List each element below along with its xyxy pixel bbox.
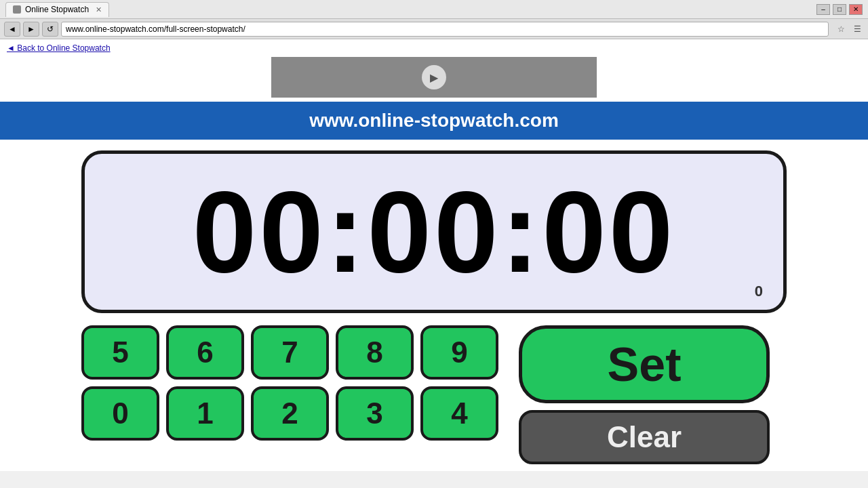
timer-digits: 00:00:00 [193,174,676,289]
star-icon[interactable]: ☆ [834,22,848,36]
controls-row: 5 6 7 8 9 0 1 2 3 4 Set Clear [81,325,787,464]
keypad: 5 6 7 8 9 0 1 2 3 4 [81,325,498,441]
ad-play-button[interactable]: ▶ [422,65,446,89]
key-3-button[interactable]: 3 [336,386,414,441]
minimize-button[interactable]: – [816,4,830,15]
ad-banner: ▶ [271,57,597,98]
site-title: www.online-stopwatch.com [309,110,559,131]
back-to-stopwatch-link[interactable]: ◄ Back to Online Stopwatch [0,39,868,57]
forward-button[interactable]: ► [23,22,39,37]
tab-close-icon[interactable]: ✕ [96,5,102,14]
browser-tab[interactable]: Online Stopwatch ✕ [5,2,109,17]
tab-title: Online Stopwatch [25,5,89,14]
key-7-button[interactable]: 7 [251,325,329,380]
key-9-button[interactable]: 9 [420,325,498,380]
timer-milliseconds: 0 [755,283,763,300]
nav-icons: ☆ ☰ [834,22,864,36]
refresh-button[interactable]: ↺ [42,22,58,37]
key-0-button[interactable]: 0 [81,386,159,441]
key-2-button[interactable]: 2 [251,386,329,441]
key-5-button[interactable]: 5 [81,325,159,380]
key-4-button[interactable]: 4 [420,386,498,441]
set-button[interactable]: Set [519,325,770,403]
site-header: www.online-stopwatch.com [0,102,868,140]
maximize-button[interactable]: □ [833,4,846,15]
action-buttons: Set Clear [519,325,770,464]
back-button[interactable]: ◄ [4,22,20,37]
key-8-button[interactable]: 8 [336,325,414,380]
key-1-button[interactable]: 1 [166,386,244,441]
nav-bar: ◄ ► ↺ ☆ ☰ [0,19,868,39]
title-bar: Online Stopwatch ✕ – □ ✕ [0,0,868,19]
keypad-row-bottom: 0 1 2 3 4 [81,386,498,441]
page-content: ◄ Back to Online Stopwatch ▶ www.online-… [0,39,868,471]
keypad-row-top: 5 6 7 8 9 [81,325,498,380]
tab-favicon [13,5,21,14]
url-bar[interactable] [61,22,829,37]
timer-display: 00:00:00 0 [81,150,787,313]
browser-chrome: Online Stopwatch ✕ – □ ✕ ◄ ► ↺ ☆ ☰ [0,0,868,39]
close-button[interactable]: ✕ [849,4,863,15]
stopwatch-area: 00:00:00 0 5 6 7 8 9 0 1 2 3 4 [0,140,868,471]
clear-button[interactable]: Clear [519,410,770,464]
menu-icon[interactable]: ☰ [850,22,864,36]
key-6-button[interactable]: 6 [166,325,244,380]
window-controls: – □ ✕ [816,4,863,15]
